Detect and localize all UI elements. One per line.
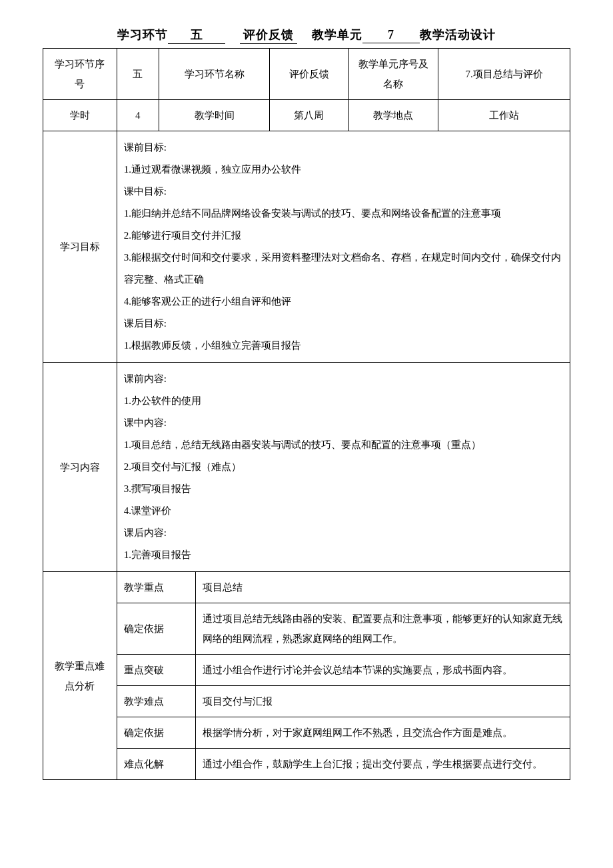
analysis-r4a: 教学难点 bbox=[117, 686, 196, 717]
analysis-r6a: 难点化解 bbox=[117, 749, 196, 780]
hdr-stage-seq-label: 学习环节序号 bbox=[43, 49, 117, 100]
analysis-r2a: 确定依据 bbox=[117, 603, 196, 655]
analysis-r4b: 项目交付与汇报 bbox=[196, 686, 570, 717]
obj-pre-title: 课前目标: bbox=[124, 137, 563, 159]
cnt-in-2: 2.项目交付与汇报（难点） bbox=[124, 456, 563, 478]
cnt-post-1: 1.完善项目报告 bbox=[124, 544, 563, 566]
objectives-row: 学习目标 课前目标: 1.通过观看微课视频，独立应用办公软件 课中目标: 1.能… bbox=[43, 131, 570, 363]
cnt-pre-1: 1.办公软件的使用 bbox=[124, 390, 563, 412]
analysis-row-4: 教学难点 项目交付与汇报 bbox=[43, 686, 570, 717]
analysis-r1a: 教学重点 bbox=[117, 572, 196, 603]
hdr-place-val: 工作站 bbox=[438, 100, 570, 131]
obj-in-title: 课中目标: bbox=[124, 181, 563, 203]
title-post: 教学活动设计 bbox=[420, 28, 496, 41]
analysis-r5a: 确定依据 bbox=[117, 717, 196, 749]
design-table: 学习环节序号 五 学习环节名称 评价反馈 教学单元序号及名称 7.项目总结与评价… bbox=[43, 48, 570, 780]
cnt-in-3: 3.撰写项目报告 bbox=[124, 478, 563, 500]
obj-in-4: 4.能够客观公正的进行小组自评和他评 bbox=[124, 291, 563, 313]
cnt-in-1: 1.项目总结，总结无线路由器安装与调试的技巧、要点和配置的注意事项（重点） bbox=[124, 434, 563, 456]
analysis-r5b: 根据学情分析，对于家庭网组网工作不熟悉，且交流合作方面是难点。 bbox=[196, 717, 570, 749]
analysis-r6b: 通过小组合作，鼓励学生上台汇报；提出交付要点，学生根据要点进行交付。 bbox=[196, 749, 570, 780]
contents-body: 课前内容: 1.办公软件的使用 课中内容: 1.项目总结，总结无线路由器安装与调… bbox=[117, 363, 570, 572]
title-pre: 学习环节 bbox=[117, 28, 168, 41]
analysis-row-1: 教学重点难点分析 教学重点 项目总结 bbox=[43, 572, 570, 603]
cnt-in-4: 4.课堂评价 bbox=[124, 500, 563, 522]
title-mid: 教学单元 bbox=[297, 28, 362, 41]
title-stage-no: 五 bbox=[168, 27, 225, 44]
cnt-post-title: 课后内容: bbox=[124, 522, 563, 544]
analysis-r1b: 项目总结 bbox=[196, 572, 570, 603]
hdr-unit-label: 教学单元序号及名称 bbox=[348, 49, 438, 100]
header-row-2: 学时 4 教学时间 第八周 教学地点 工作站 bbox=[43, 100, 570, 131]
cnt-pre-title: 课前内容: bbox=[124, 368, 563, 390]
hdr-hours-val: 4 bbox=[117, 100, 159, 131]
contents-row: 学习内容 课前内容: 1.办公软件的使用 课中内容: 1.项目总结，总结无线路由… bbox=[43, 363, 570, 572]
hdr-hours-label: 学时 bbox=[43, 100, 117, 131]
header-row-1: 学习环节序号 五 学习环节名称 评价反馈 教学单元序号及名称 7.项目总结与评价 bbox=[43, 49, 570, 100]
hdr-stage-name-label: 学习环节名称 bbox=[159, 49, 270, 100]
objectives-body: 课前目标: 1.通过观看微课视频，独立应用办公软件 课中目标: 1.能归纳并总结… bbox=[117, 131, 570, 363]
page-title: 学习环节五 评价反馈 教学单元7教学活动设计 bbox=[43, 27, 570, 44]
hdr-unit-val: 7.项目总结与评价 bbox=[438, 49, 570, 100]
obj-post-title: 课后目标: bbox=[124, 313, 563, 335]
analysis-r3a: 重点突破 bbox=[117, 655, 196, 686]
analysis-row-2: 确定依据 通过项目总结无线路由器的安装、配置要点和注意事项，能够更好的认知家庭无… bbox=[43, 603, 570, 655]
analysis-row-5: 确定依据 根据学情分析，对于家庭网组网工作不熟悉，且交流合作方面是难点。 bbox=[43, 717, 570, 749]
analysis-row-3: 重点突破 通过小组合作进行讨论并会议总结本节课的实施要点，形成书面内容。 bbox=[43, 655, 570, 686]
contents-label: 学习内容 bbox=[43, 363, 117, 572]
hdr-time-val: 第八周 bbox=[270, 100, 349, 131]
hdr-time-label: 教学时间 bbox=[159, 100, 270, 131]
obj-in-1: 1.能归纳并总结不同品牌网络设备安装与调试的技巧、要点和网络设备配置的注意事项 bbox=[124, 203, 563, 225]
title-stage-name: 评价反馈 bbox=[240, 27, 297, 44]
analysis-r2b: 通过项目总结无线路由器的安装、配置要点和注意事项，能够更好的认知家庭无线网络的组… bbox=[196, 603, 570, 655]
objectives-label: 学习目标 bbox=[43, 131, 117, 363]
analysis-label: 教学重点难点分析 bbox=[43, 572, 117, 780]
cnt-in-title: 课中内容: bbox=[124, 412, 563, 434]
analysis-r3b: 通过小组合作进行讨论并会议总结本节课的实施要点，形成书面内容。 bbox=[196, 655, 570, 686]
hdr-stage-name-val: 评价反馈 bbox=[270, 49, 349, 100]
obj-post-1: 1.根据教师反馈，小组独立完善项目报告 bbox=[124, 335, 563, 357]
obj-in-2: 2.能够进行项目交付并汇报 bbox=[124, 225, 563, 247]
hdr-stage-seq-val: 五 bbox=[117, 49, 159, 100]
obj-in-3: 3.能根据交付时间和交付要求，采用资料整理法对文档命名、存档，在规定时间内交付，… bbox=[124, 247, 563, 291]
title-gap1 bbox=[225, 28, 240, 41]
analysis-row-6: 难点化解 通过小组合作，鼓励学生上台汇报；提出交付要点，学生根据要点进行交付。 bbox=[43, 749, 570, 780]
title-unit-no: 7 bbox=[362, 28, 420, 43]
obj-pre-1: 1.通过观看微课视频，独立应用办公软件 bbox=[124, 159, 563, 181]
hdr-place-label: 教学地点 bbox=[348, 100, 438, 131]
